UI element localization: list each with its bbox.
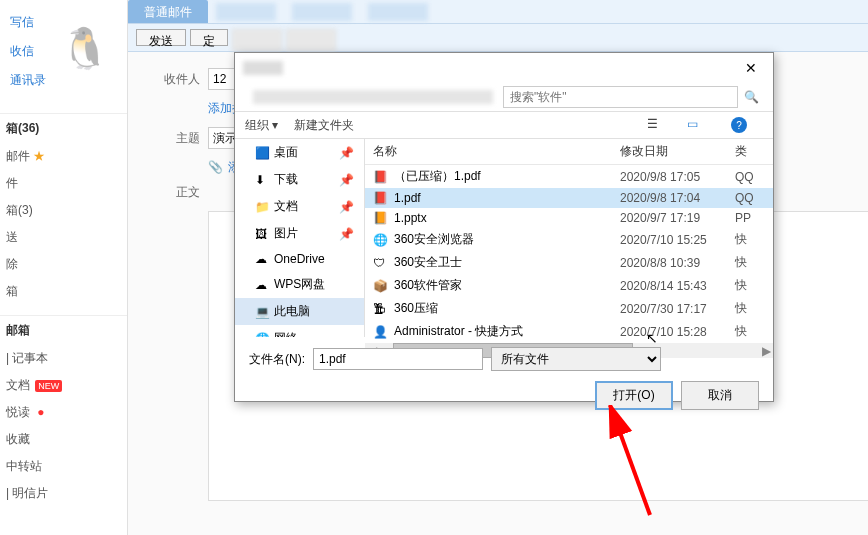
folder-icon: ☁	[255, 278, 269, 292]
cancel-button[interactable]: 取消	[681, 381, 759, 410]
tree-item-WPS网盘[interactable]: ☁WPS网盘	[235, 271, 364, 298]
tree-item-此电脑[interactable]: 💻此电脑	[235, 298, 364, 325]
mail-sidebar: 写信 收信 通讯录 🐧 箱(36) 邮件 ★ 件 箱(3) 送 除 箱 邮箱 |…	[0, 0, 128, 535]
file-row[interactable]: 📕（已压缩）1.pdf2020/9/8 17:05QQ	[365, 165, 773, 188]
folder-item[interactable]: 收藏	[0, 426, 127, 453]
help-icon[interactable]: ?	[731, 117, 747, 133]
view-mode-icon[interactable]: ☰	[647, 117, 663, 133]
tree-item-OneDrive[interactable]: ☁OneDrive	[235, 247, 364, 271]
tab-blurred[interactable]	[292, 3, 352, 21]
file-row[interactable]: 👤Administrator - 快捷方式2020/7/10 15:28快	[365, 320, 773, 343]
new-folder-button[interactable]: 新建文件夹	[294, 117, 354, 134]
file-row[interactable]: 🗜360压缩2020/7/30 17:17快	[365, 297, 773, 320]
dialog-title-blurred	[243, 61, 283, 75]
folder-item[interactable]: 中转站	[0, 453, 127, 480]
file-row[interactable]: 🛡360安全卫士2020/8/8 10:39快	[365, 251, 773, 274]
group-title[interactable]: 邮箱	[0, 315, 127, 345]
folder-icon: 📁	[255, 200, 269, 214]
subject-label: 主题	[152, 130, 200, 147]
tab-blurred[interactable]	[368, 3, 428, 21]
new-badge: NEW	[35, 380, 62, 392]
column-headers: 名称 修改日期 类	[365, 139, 773, 165]
send-button[interactable]: 发送	[136, 29, 186, 46]
dialog-titlebar: ✕	[235, 53, 773, 83]
file-row[interactable]: 📙1.pptx2020/9/7 17:19PP	[365, 208, 773, 228]
filename-label: 文件名(N):	[249, 351, 305, 368]
pin-icon: 📌	[339, 227, 354, 241]
pin-icon: 📌	[339, 200, 354, 214]
file-icon: 📦	[373, 279, 389, 293]
folder-icon: 💻	[255, 305, 269, 319]
tab-bar: 普通邮件	[128, 0, 868, 24]
recipient-label: 收件人	[152, 71, 200, 88]
col-name[interactable]: 名称	[373, 143, 620, 160]
file-row[interactable]: 🌐360安全浏览器2020/7/10 15:25快	[365, 228, 773, 251]
folder-item[interactable]: 送	[0, 224, 127, 251]
open-button[interactable]: 打开(O)	[595, 381, 673, 410]
folder-item[interactable]: 除	[0, 251, 127, 278]
folder-icon: ☁	[255, 252, 269, 266]
file-icon: 📕	[373, 191, 389, 205]
close-button[interactable]: ✕	[737, 58, 765, 78]
folder-item[interactable]: 邮件 ★	[0, 143, 127, 170]
penguin-icon: 🐧	[60, 25, 110, 72]
file-list: 名称 修改日期 类 📕（已压缩）1.pdf2020/9/8 17:05QQ📕1.…	[365, 139, 773, 337]
folder-item[interactable]: 件	[0, 170, 127, 197]
folder-list-1: 邮件 ★ 件 箱(3) 送 除 箱	[0, 143, 127, 305]
pin-icon: 📌	[339, 146, 354, 160]
file-row[interactable]: 📦360软件管家2020/8/14 15:43快	[365, 274, 773, 297]
dialog-nav: 🔍	[235, 83, 773, 111]
file-icon: 🌐	[373, 233, 389, 247]
search-input[interactable]	[503, 86, 738, 108]
scroll-right-icon[interactable]: ▶	[759, 344, 773, 358]
tree-item-网络[interactable]: 🌐网络	[235, 325, 364, 337]
tab-blurred[interactable]	[216, 3, 276, 21]
paperclip-icon: 📎	[208, 160, 223, 174]
dialog-toolbar: 组织 ▾ 新建文件夹 ☰ ▭ ?	[235, 111, 773, 139]
compose-toolbar: 发送 定	[128, 24, 868, 52]
tree-item-图片[interactable]: 🖼图片📌	[235, 220, 364, 247]
folder-icon: 🖼	[255, 227, 269, 241]
folder-icon: 🟦	[255, 146, 269, 160]
search-icon[interactable]: 🔍	[738, 87, 765, 107]
folder-tree: 🟦桌面📌⬇下载📌📁文档📌🖼图片📌☁OneDrive☁WPS网盘💻此电脑🌐网络	[235, 139, 365, 337]
tree-item-桌面[interactable]: 🟦桌面📌	[235, 139, 364, 166]
folder-item[interactable]: | 记事本	[0, 345, 127, 372]
inbox-count[interactable]: 箱(36)	[0, 113, 127, 143]
breadcrumb-blurred[interactable]	[253, 90, 493, 104]
file-icon: 📙	[373, 211, 389, 225]
folder-item[interactable]: | 明信片	[0, 480, 127, 507]
folder-item[interactable]: 悦读 ●	[0, 399, 127, 426]
schedule-button[interactable]: 定	[190, 29, 228, 46]
filename-input[interactable]	[313, 348, 483, 370]
file-icon: 👤	[373, 325, 389, 339]
organize-dropdown[interactable]: 组织 ▾	[245, 117, 278, 134]
preview-pane-icon[interactable]: ▭	[687, 117, 703, 133]
folder-list-2: | 记事本 文档 NEW 悦读 ● 收藏 中转站 | 明信片	[0, 345, 127, 507]
file-row[interactable]: 📕1.pdf2020/9/8 17:04QQ	[365, 188, 773, 208]
toolbar-blurred-button[interactable]	[286, 29, 336, 51]
folder-item[interactable]: 箱	[0, 278, 127, 305]
body-label: 正文	[152, 184, 200, 201]
file-icon: 📕	[373, 170, 389, 184]
folder-icon: ⬇	[255, 173, 269, 187]
tab-normal-mail[interactable]: 普通邮件	[128, 0, 208, 23]
tree-item-下载[interactable]: ⬇下载📌	[235, 166, 364, 193]
file-icon: 🛡	[373, 256, 389, 270]
primary-nav: 写信 收信 通讯录 🐧	[0, 0, 127, 103]
folder-item[interactable]: 文档 NEW	[0, 372, 127, 399]
filetype-select[interactable]: 所有文件	[491, 347, 661, 371]
file-icon: 🗜	[373, 302, 389, 316]
folder-item[interactable]: 箱(3)	[0, 197, 127, 224]
dot-icon: ●	[37, 405, 44, 419]
col-type[interactable]: 类	[735, 143, 765, 160]
col-date[interactable]: 修改日期	[620, 143, 735, 160]
pin-icon: 📌	[339, 173, 354, 187]
toolbar-blurred-button[interactable]	[232, 29, 282, 51]
tree-item-文档[interactable]: 📁文档📌	[235, 193, 364, 220]
file-open-dialog: ✕ 🔍 组织 ▾ 新建文件夹 ☰ ▭ ? 🟦桌面📌⬇下载📌📁文档📌🖼图片📌☁On…	[234, 52, 774, 402]
folder-icon: 🌐	[255, 332, 269, 338]
star-icon: ★	[33, 149, 45, 163]
